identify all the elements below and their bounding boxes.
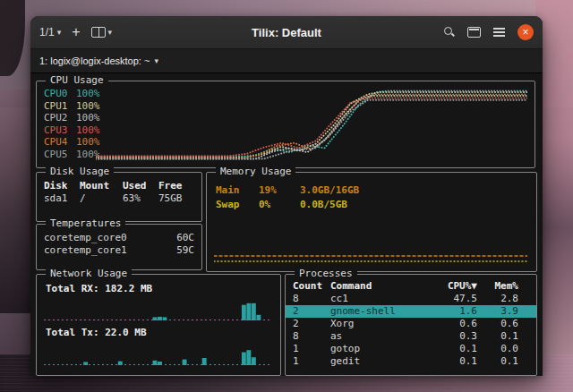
memory-usage-graph bbox=[214, 230, 527, 264]
process-cell: 1 bbox=[293, 343, 330, 355]
chevron-down-icon: ▾ bbox=[57, 28, 62, 37]
process-cell: 2.8 bbox=[477, 293, 518, 305]
cpu-name-label: CPU5 bbox=[44, 149, 76, 161]
session-indicator: 1/1 bbox=[39, 26, 55, 38]
cpu-line: CPU2100% bbox=[44, 112, 100, 124]
cpu-usage-graph bbox=[96, 89, 527, 160]
chevron-down-icon[interactable]: ▾ bbox=[154, 56, 158, 65]
session-navigator[interactable]: 1/1 ▾ bbox=[39, 26, 61, 38]
cpu-name-label: CPU0 bbox=[44, 88, 76, 100]
process-cell: 0.6 bbox=[477, 318, 518, 330]
process-cell: 1.6 bbox=[431, 305, 477, 318]
search-icon[interactable] bbox=[444, 27, 455, 38]
processes-header-cell: Count bbox=[293, 280, 330, 293]
process-row[interactable]: 2gnome-shell1.63.9 bbox=[286, 305, 536, 318]
cpu-line: CPU4100% bbox=[44, 136, 100, 149]
cpu-line: CPU1100% bbox=[44, 100, 100, 113]
process-cell: gedit bbox=[330, 355, 431, 368]
sensor-name: coretemp_core0 bbox=[44, 232, 127, 244]
memory-usage-panel: Memory Usage Main19%3.0GB/16GBSwap0%0.0B… bbox=[206, 172, 537, 272]
processes-table: CountCommandCPU%▼Mem%8cc147.52.82gnome-s… bbox=[286, 275, 536, 368]
terminal-area[interactable]: CPU Usage CPU0100%CPU1100%CPU2100%CPU310… bbox=[30, 73, 543, 376]
processes-title: Processes bbox=[295, 268, 357, 279]
processes-panel: Processes CountCommandCPU%▼Mem%8cc147.52… bbox=[285, 274, 537, 376]
process-cell: gotop bbox=[330, 343, 431, 355]
process-cell: 0.1 bbox=[477, 330, 518, 343]
chevron-down-icon: ▾ bbox=[108, 28, 113, 37]
process-cell: 1 bbox=[293, 355, 330, 368]
memory-percent: 0% bbox=[259, 198, 300, 212]
process-cell: 0.6 bbox=[431, 318, 477, 330]
cpu-line: CPU5100% bbox=[44, 149, 100, 161]
disk-header-cell: Free bbox=[158, 180, 192, 192]
processes-header-cell: CPU%▼ bbox=[431, 280, 477, 293]
cpu-usage-title: CPU Usage bbox=[46, 74, 108, 86]
process-cell: Xorg bbox=[330, 318, 431, 330]
disk-usage-panel: Disk Usage DiskMountUsedFreesda1/63%75GB bbox=[36, 172, 202, 222]
memory-lines: Main19%3.0GB/16GBSwap0%0.0B/5GB bbox=[207, 173, 536, 212]
cpu-line: CPU0100% bbox=[44, 88, 100, 100]
cpu-name-label: CPU2 bbox=[44, 112, 76, 124]
network-tx-label: Total Tx: 22.0 MB bbox=[46, 327, 147, 338]
close-button[interactable]: × bbox=[517, 24, 534, 40]
temperatures-panel: Temperatures coretemp_core060Ccoretemp_c… bbox=[36, 224, 202, 270]
process-row[interactable]: 8cc147.52.8 bbox=[286, 293, 536, 305]
process-cell: 0.1 bbox=[431, 355, 477, 368]
split-terminal-button[interactable]: ▾ bbox=[91, 27, 113, 38]
process-cell: cc1 bbox=[330, 293, 431, 305]
disk-header-cell: Disk bbox=[44, 180, 80, 192]
split-terminal-icon bbox=[91, 27, 106, 38]
cpu-name-label: CPU1 bbox=[44, 100, 76, 113]
disk-cell: / bbox=[80, 192, 123, 205]
window-title: Tilix: Default bbox=[252, 26, 321, 39]
process-cell: 8 bbox=[293, 293, 330, 305]
tab-bar: 1: logix@logix-desktop: ~ ▾ bbox=[30, 49, 543, 73]
process-cell: 47.5 bbox=[431, 293, 477, 305]
disk-header-cell: Used bbox=[123, 180, 158, 192]
sensor-name: coretemp_core1 bbox=[44, 244, 127, 257]
cpu-line: CPU3100% bbox=[44, 124, 100, 137]
process-cell: 0.3 bbox=[431, 330, 477, 343]
process-cell: 8 bbox=[293, 330, 330, 343]
disk-usage-title: Disk Usage bbox=[46, 166, 114, 177]
network-rx-label: Total RX: 182.2 MB bbox=[46, 283, 152, 294]
add-terminal-button[interactable]: + bbox=[72, 25, 80, 39]
processes-header-cell: Mem% bbox=[477, 280, 518, 293]
wallpaper-cliff bbox=[0, 89, 34, 313]
network-rx-graph bbox=[44, 297, 271, 320]
disk-table: DiskMountUsedFreesda1/63%75GB bbox=[37, 173, 201, 205]
memory-usage-title: Memory Usage bbox=[216, 166, 295, 177]
network-tx-graph bbox=[44, 342, 271, 365]
process-row[interactable]: 1gotop0.10.0 bbox=[286, 343, 536, 355]
cpu-usage-panel: CPU Usage CPU0100%CPU1100%CPU2100%CPU310… bbox=[36, 81, 535, 168]
cpu-name-label: CPU4 bbox=[44, 136, 76, 149]
temperature-row: coretemp_core159C bbox=[44, 244, 194, 257]
temperatures-title: Temperatures bbox=[46, 217, 125, 229]
process-cell: 0.0 bbox=[477, 343, 518, 355]
process-cell: as bbox=[330, 330, 431, 343]
memory-line: Swap0%0.0B/5GB bbox=[216, 198, 527, 212]
hamburger-menu-icon[interactable] bbox=[493, 28, 505, 30]
disk-cell: sda1 bbox=[44, 192, 80, 205]
process-row[interactable]: 8as0.30.1 bbox=[286, 330, 536, 343]
tilix-window: 1/1 ▾ + ▾ Tilix: Default × 1: logix@logi… bbox=[30, 16, 543, 376]
process-row[interactable]: 2Xorg0.60.6 bbox=[286, 318, 536, 330]
cpu-name-label: CPU3 bbox=[44, 124, 76, 137]
process-cell: gnome-shell bbox=[330, 305, 431, 318]
temperature-row: coretemp_core060C bbox=[44, 232, 194, 244]
disk-cell: 63% bbox=[123, 192, 158, 205]
network-usage-panel: Network Usage Total RX: 182.2 MB Total T… bbox=[36, 274, 281, 376]
memory-name: Main bbox=[216, 183, 259, 198]
process-row[interactable]: 1gedit0.10.1 bbox=[286, 355, 536, 368]
memory-value: 0.0B/5GB bbox=[300, 198, 347, 212]
network-usage-title: Network Usage bbox=[46, 268, 132, 279]
disk-cell: 75GB bbox=[158, 192, 192, 205]
temperatures-table: coretemp_core060Ccoretemp_core159C bbox=[37, 225, 201, 257]
memory-percent: 19% bbox=[259, 183, 300, 198]
processes-header-row: CountCommandCPU%▼Mem% bbox=[286, 280, 536, 293]
process-cell: 0.1 bbox=[431, 343, 477, 355]
memory-line: Main19%3.0GB/16GB bbox=[216, 183, 527, 198]
sensor-value: 59C bbox=[176, 244, 194, 257]
terminal-window-icon[interactable] bbox=[467, 27, 481, 38]
tab-title[interactable]: 1: logix@logix-desktop: ~ bbox=[39, 55, 150, 66]
